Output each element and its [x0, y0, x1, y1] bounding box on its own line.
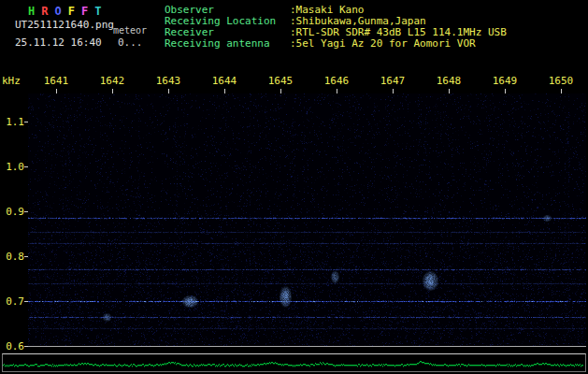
x-axis-tick-label: 1646 — [324, 75, 350, 87]
x-axis-tick-label: 1650 — [549, 75, 574, 87]
info-value: :5el Yagi Az 20 for Aomori VOR — [290, 38, 476, 50]
datetime-label: 25.11.12 16:40 — [15, 36, 102, 49]
output-filename: UT2511121640.png — [15, 19, 114, 31]
signal-level-strip — [2, 353, 586, 372]
y-axis-unit: kHz — [2, 75, 21, 87]
hrofft-app-window: HROFFT UT2511121640.png meteor 25.11.12 … — [0, 0, 588, 374]
y-axis-tick-label: 0.9 — [0, 206, 24, 218]
app-title-letter: F — [81, 5, 94, 18]
info-row-antenna: Receiving antenna :5el Yagi Az 20 for Ao… — [165, 38, 507, 50]
info-label: Receiving antenna — [165, 38, 290, 50]
app-title-letter: R — [41, 5, 54, 18]
level-canvas — [3, 354, 583, 369]
x-axis-tick-label: 1643 — [156, 75, 181, 87]
spectrogram-canvas — [28, 94, 586, 346]
y-axis-tick-label: 0.6 — [0, 340, 24, 352]
x-axis-tick-label: 1642 — [100, 75, 125, 87]
spectrogram-plot — [28, 94, 586, 347]
x-axis-tick-label: 1648 — [437, 75, 462, 87]
y-axis-tick-label: 1.1 — [0, 116, 24, 128]
app-title: HROFFT — [28, 5, 108, 18]
x-axis-tick-label: 1644 — [212, 75, 237, 87]
x-axis-tick-label: 1647 — [380, 75, 406, 87]
status-counter: 0... — [118, 36, 143, 49]
x-axis-tick-label: 1641 — [44, 75, 69, 87]
x-axis-tick-label: 1649 — [493, 75, 518, 87]
y-axis-tick-label: 0.8 — [0, 251, 24, 263]
station-info: Observer :Masaki Kano Receiving Location… — [165, 5, 507, 50]
y-axis-tick-label: 1.0 — [0, 161, 24, 173]
mode-label: meteor — [113, 25, 147, 36]
app-title-letter: H — [28, 5, 41, 18]
y-axis-tick-label: 0.7 — [0, 295, 24, 308]
app-title-letter: O — [54, 5, 67, 18]
app-title-letter: T — [94, 5, 108, 18]
x-axis-tick-label: 1645 — [268, 75, 294, 87]
app-title-letter: F — [68, 5, 81, 18]
